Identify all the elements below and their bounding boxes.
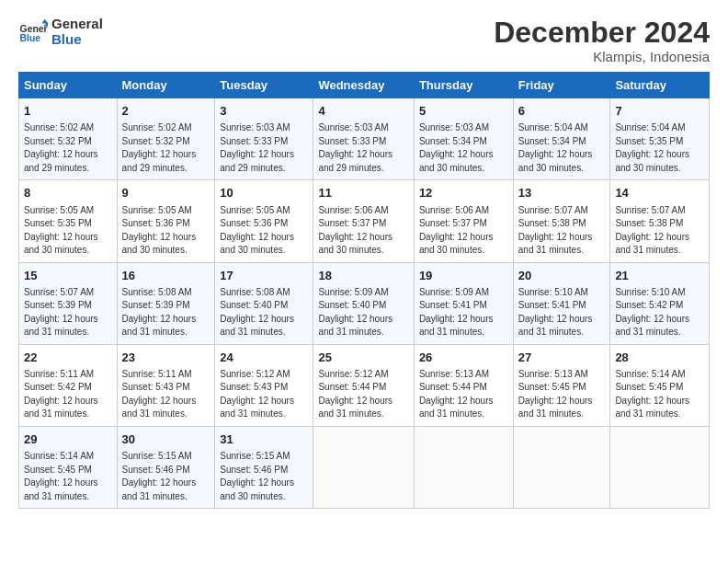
day-info: Sunrise: 5:08 AM Sunset: 5:39 PM Dayligh…	[122, 286, 210, 339]
day-number: 28	[615, 350, 704, 366]
logo-icon: General Blue	[18, 17, 48, 47]
day-number: 1	[24, 103, 112, 120]
day-info: Sunrise: 5:11 AM Sunset: 5:42 PM Dayligh…	[24, 368, 112, 421]
calendar-table: SundayMondayTuesdayWednesdayThursdayFrid…	[18, 72, 710, 509]
day-cell: 6Sunrise: 5:04 AM Sunset: 5:34 PM Daylig…	[513, 98, 610, 180]
day-info: Sunrise: 5:05 AM Sunset: 5:36 PM Dayligh…	[220, 204, 308, 258]
day-number: 22	[24, 350, 112, 366]
day-info: Sunrise: 5:05 AM Sunset: 5:35 PM Dayligh…	[24, 204, 112, 258]
day-info: Sunrise: 5:07 AM Sunset: 5:38 PM Dayligh…	[518, 204, 606, 258]
day-number: 14	[615, 185, 704, 201]
day-number: 11	[318, 185, 408, 201]
col-header-sunday: Sunday	[19, 73, 118, 98]
week-row-1: 1Sunrise: 5:02 AM Sunset: 5:32 PM Daylig…	[19, 98, 710, 180]
logo-general: General	[51, 17, 103, 32]
day-number: 8	[24, 185, 112, 201]
day-cell: 14Sunrise: 5:07 AM Sunset: 5:38 PM Dayli…	[610, 180, 710, 262]
day-number: 9	[122, 185, 210, 201]
day-number: 25	[318, 350, 408, 366]
day-info: Sunrise: 5:09 AM Sunset: 5:41 PM Dayligh…	[419, 286, 508, 339]
logo: General Blue General Blue	[18, 17, 103, 47]
day-number: 29	[24, 431, 112, 448]
day-cell: 28Sunrise: 5:14 AM Sunset: 5:45 PM Dayli…	[610, 344, 710, 426]
day-cell: 31Sunrise: 5:15 AM Sunset: 5:46 PM Dayli…	[215, 426, 313, 508]
day-info: Sunrise: 5:03 AM Sunset: 5:34 PM Dayligh…	[419, 121, 508, 175]
day-cell: 3Sunrise: 5:03 AM Sunset: 5:33 PM Daylig…	[215, 98, 313, 180]
day-cell: 10Sunrise: 5:05 AM Sunset: 5:36 PM Dayli…	[215, 180, 313, 262]
day-info: Sunrise: 5:05 AM Sunset: 5:36 PM Dayligh…	[122, 204, 210, 258]
day-info: Sunrise: 5:04 AM Sunset: 5:35 PM Dayligh…	[615, 121, 704, 175]
location: Klampis, Indonesia	[494, 49, 710, 64]
day-number: 24	[220, 350, 308, 366]
day-info: Sunrise: 5:15 AM Sunset: 5:46 PM Dayligh…	[122, 450, 210, 503]
title-block: December 2024 Klampis, Indonesia	[494, 17, 710, 64]
day-cell: 25Sunrise: 5:12 AM Sunset: 5:44 PM Dayli…	[313, 344, 414, 426]
day-cell: 12Sunrise: 5:06 AM Sunset: 5:37 PM Dayli…	[414, 180, 513, 262]
week-row-5: 29Sunrise: 5:14 AM Sunset: 5:45 PM Dayli…	[19, 426, 710, 508]
day-number: 12	[419, 185, 508, 201]
day-cell: 22Sunrise: 5:11 AM Sunset: 5:42 PM Dayli…	[19, 344, 118, 426]
day-info: Sunrise: 5:10 AM Sunset: 5:41 PM Dayligh…	[518, 286, 606, 339]
day-cell: 5Sunrise: 5:03 AM Sunset: 5:34 PM Daylig…	[414, 98, 513, 180]
day-number: 6	[518, 103, 606, 120]
day-number: 10	[220, 185, 308, 201]
day-number: 23	[122, 350, 210, 366]
week-row-2: 8Sunrise: 5:05 AM Sunset: 5:35 PM Daylig…	[19, 180, 710, 262]
day-cell: 19Sunrise: 5:09 AM Sunset: 5:41 PM Dayli…	[414, 262, 513, 344]
day-info: Sunrise: 5:06 AM Sunset: 5:37 PM Dayligh…	[419, 204, 508, 258]
day-cell: 21Sunrise: 5:10 AM Sunset: 5:42 PM Dayli…	[610, 262, 710, 344]
calendar-body: 1Sunrise: 5:02 AM Sunset: 5:32 PM Daylig…	[19, 98, 710, 509]
day-info: Sunrise: 5:06 AM Sunset: 5:37 PM Dayligh…	[318, 204, 408, 258]
day-number: 21	[615, 268, 704, 284]
day-number: 5	[419, 103, 508, 120]
day-cell: 2Sunrise: 5:02 AM Sunset: 5:32 PM Daylig…	[117, 98, 215, 180]
day-info: Sunrise: 5:08 AM Sunset: 5:40 PM Dayligh…	[220, 286, 308, 339]
day-info: Sunrise: 5:07 AM Sunset: 5:39 PM Dayligh…	[24, 286, 112, 339]
day-cell: 1Sunrise: 5:02 AM Sunset: 5:32 PM Daylig…	[19, 98, 118, 180]
day-cell: 30Sunrise: 5:15 AM Sunset: 5:46 PM Dayli…	[117, 426, 215, 508]
day-number: 3	[220, 103, 308, 120]
day-info: Sunrise: 5:03 AM Sunset: 5:33 PM Dayligh…	[318, 121, 408, 175]
day-cell: 13Sunrise: 5:07 AM Sunset: 5:38 PM Dayli…	[513, 180, 610, 262]
col-header-thursday: Thursday	[414, 73, 513, 98]
day-info: Sunrise: 5:13 AM Sunset: 5:45 PM Dayligh…	[518, 368, 606, 421]
day-number: 7	[615, 103, 704, 120]
day-cell: 18Sunrise: 5:09 AM Sunset: 5:40 PM Dayli…	[313, 262, 414, 344]
day-number: 20	[518, 268, 606, 284]
day-info: Sunrise: 5:14 AM Sunset: 5:45 PM Dayligh…	[24, 450, 112, 503]
svg-text:General: General	[20, 24, 48, 34]
day-number: 17	[220, 268, 308, 284]
col-header-tuesday: Tuesday	[215, 73, 313, 98]
day-info: Sunrise: 5:11 AM Sunset: 5:43 PM Dayligh…	[122, 368, 210, 421]
day-cell: 26Sunrise: 5:13 AM Sunset: 5:44 PM Dayli…	[414, 344, 513, 426]
month-title: December 2024	[494, 17, 710, 49]
day-cell: 29Sunrise: 5:14 AM Sunset: 5:45 PM Dayli…	[19, 426, 118, 508]
day-number: 2	[122, 103, 210, 120]
day-info: Sunrise: 5:12 AM Sunset: 5:43 PM Dayligh…	[220, 368, 308, 421]
week-row-3: 15Sunrise: 5:07 AM Sunset: 5:39 PM Dayli…	[19, 262, 710, 344]
page-container: General Blue General Blue December 2024 …	[0, 0, 728, 518]
day-cell: 7Sunrise: 5:04 AM Sunset: 5:35 PM Daylig…	[610, 98, 710, 180]
col-header-friday: Friday	[513, 73, 610, 98]
day-cell	[513, 426, 610, 508]
day-number: 31	[220, 431, 308, 448]
day-info: Sunrise: 5:15 AM Sunset: 5:46 PM Dayligh…	[220, 450, 308, 503]
week-row-4: 22Sunrise: 5:11 AM Sunset: 5:42 PM Dayli…	[19, 344, 710, 426]
day-cell	[313, 426, 414, 508]
col-header-wednesday: Wednesday	[313, 73, 414, 98]
day-cell: 15Sunrise: 5:07 AM Sunset: 5:39 PM Dayli…	[19, 262, 118, 344]
day-info: Sunrise: 5:02 AM Sunset: 5:32 PM Dayligh…	[24, 121, 112, 175]
day-info: Sunrise: 5:02 AM Sunset: 5:32 PM Dayligh…	[122, 121, 210, 175]
day-cell: 23Sunrise: 5:11 AM Sunset: 5:43 PM Dayli…	[117, 344, 215, 426]
day-info: Sunrise: 5:07 AM Sunset: 5:38 PM Dayligh…	[615, 204, 704, 258]
day-cell	[610, 426, 710, 508]
day-cell: 9Sunrise: 5:05 AM Sunset: 5:36 PM Daylig…	[117, 180, 215, 262]
calendar-header-row: SundayMondayTuesdayWednesdayThursdayFrid…	[19, 73, 710, 98]
day-info: Sunrise: 5:14 AM Sunset: 5:45 PM Dayligh…	[615, 368, 704, 421]
day-cell: 24Sunrise: 5:12 AM Sunset: 5:43 PM Dayli…	[215, 344, 313, 426]
day-cell: 17Sunrise: 5:08 AM Sunset: 5:40 PM Dayli…	[215, 262, 313, 344]
day-number: 4	[318, 103, 408, 120]
day-info: Sunrise: 5:12 AM Sunset: 5:44 PM Dayligh…	[318, 368, 408, 421]
logo-blue: Blue	[51, 32, 103, 48]
day-cell: 20Sunrise: 5:10 AM Sunset: 5:41 PM Dayli…	[513, 262, 610, 344]
